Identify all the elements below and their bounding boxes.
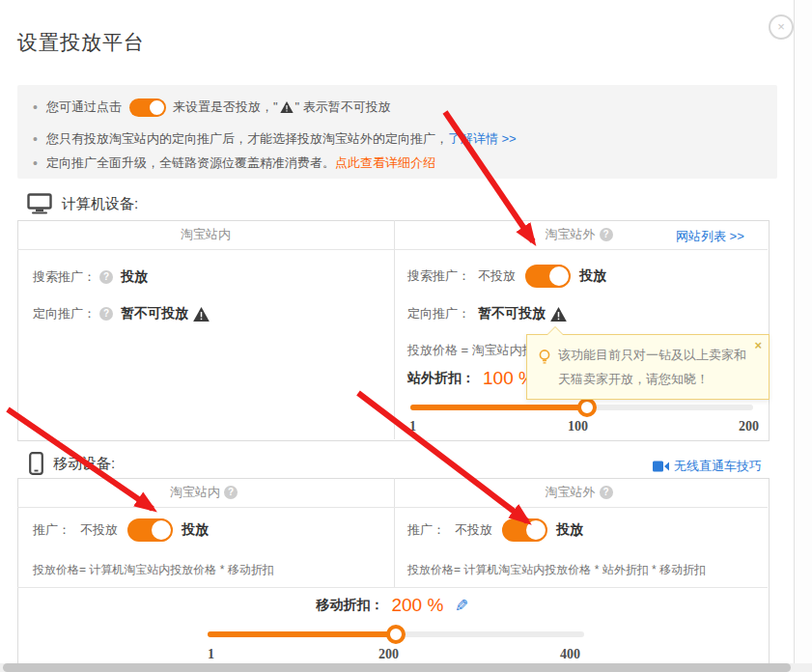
mobile-onsite-formula: 投放价格= 计算机淘宝站内投放价格 * 移动折扣	[33, 561, 274, 578]
mobile-section-title: 移动设备:	[53, 455, 115, 473]
computer-offsite-search-toggle[interactable]	[525, 265, 570, 288]
toggle-knob	[148, 98, 166, 117]
close-button[interactable]: ×	[769, 14, 794, 40]
computer-offsite-target-row: 定向推广： 暂不可投放	[407, 303, 567, 324]
dialog-title: 设置投放平台	[17, 29, 145, 56]
slider-fill	[410, 405, 587, 410]
lightbulb-icon	[537, 349, 552, 366]
site-list-link[interactable]: 网站列表 >>	[676, 228, 744, 245]
learn-more-link[interactable]: 了解详情 >>	[448, 130, 517, 148]
slider-tick-max: 400	[560, 647, 580, 662]
mobile-onsite-toggle[interactable]	[127, 518, 172, 542]
offsite-discount-slider[interactable]	[410, 405, 753, 410]
warning-icon	[550, 307, 567, 322]
onsite-search-value: 投放	[121, 268, 148, 286]
mobile-offsite-formula: 投放价格= 计算机淘宝站内投放价格 * 站外折扣 * 移动折扣	[407, 561, 706, 578]
notice-bullet-1: • 您可通过点击 来设置是否投放，" " 表示暂不可投放	[33, 97, 391, 118]
notice-bullet-3: • 定向推广全面升级，全链路资源位覆盖精准消费者。 点此查看详细介绍	[33, 153, 435, 174]
slider-knob[interactable]	[577, 398, 597, 417]
toggle-knob	[524, 518, 547, 542]
seller-notice-tooltip: 该功能目前只对一钻及以上卖家和天猫卖家开放，请您知晓！ ×	[526, 334, 770, 400]
toggle-knob	[547, 265, 571, 288]
notice-text: 定向推广全面升级，全链路资源位覆盖精准消费者。	[46, 154, 335, 172]
bullet-dot: •	[33, 155, 38, 171]
computer-onsite-search-row: 搜索推广： ? 投放	[33, 266, 148, 288]
computer-offsite-search-row: 搜索推广： 不投放 投放	[407, 265, 606, 288]
notice-panel: • 您可通过点击 来设置是否投放，" " 表示暂不可投放 • 您只有投放淘宝站内…	[17, 85, 777, 179]
mobile-offsite-header: 淘宝站外 ?	[394, 478, 768, 507]
mobile-discount-value: 200 %	[391, 595, 443, 616]
help-icon[interactable]: ?	[99, 307, 113, 321]
notice-bullet-2: • 您只有投放淘宝站内的定向推广后，才能选择投放淘宝站外的定向推广， 了解详情 …	[33, 128, 517, 150]
slider-tick-mid: 200	[378, 647, 399, 662]
computer-section-title: 计算机设备:	[62, 195, 138, 213]
mobile-section-header: 移动设备:	[29, 452, 115, 475]
intro-detail-link[interactable]: 点此查看详细介绍	[335, 154, 435, 172]
computer-onsite-header: 淘宝站内	[17, 220, 394, 249]
slider-fill	[208, 631, 396, 637]
slider-knob[interactable]	[386, 625, 406, 644]
notice-text: 您可通过点击	[46, 98, 122, 116]
sample-toggle[interactable]	[129, 98, 165, 117]
mobile-onsite-header: 淘宝站内 ?	[17, 478, 394, 507]
bullet-dot: •	[33, 131, 38, 147]
mobile-offsite-toggle-row: 推广： 不投放 投放	[407, 518, 583, 542]
dialog-panel: 设置投放平台 × • 您可通过点击 来设置是否投放，" " 表示暂不可投放 • …	[0, 0, 795, 672]
slider-tick-min: 1	[208, 647, 214, 662]
slider-tick-max: 200	[739, 419, 759, 434]
monitor-icon	[27, 193, 52, 214]
help-icon[interactable]: ?	[600, 486, 613, 499]
tooltip-text: 该功能目前只对一钻及以上卖家和天猫卖家开放，请您知晓！	[558, 343, 755, 391]
smartphone-icon	[29, 452, 43, 475]
horizontal-scrollbar-thumb[interactable]	[3, 663, 791, 672]
mobile-offsite-toggle[interactable]	[502, 518, 546, 542]
mobile-discount-slider[interactable]	[208, 631, 584, 637]
computer-onsite-target-row: 定向推广： ? 暂不可投放	[33, 303, 210, 324]
column-divider	[394, 220, 395, 439]
close-icon: ×	[777, 19, 785, 34]
delivery-platform-dialog: 设置投放平台 × • 您可通过点击 来设置是否投放，" " 表示暂不可投放 • …	[0, 0, 812, 672]
page-margin	[795, 0, 812, 672]
edit-pencil-icon[interactable]: ✎	[455, 596, 468, 616]
offsite-discount-row: 站外折扣： 100 %	[407, 366, 535, 391]
help-icon[interactable]: ?	[224, 486, 238, 499]
mobile-discount-row: 移动折扣： 200 % ✎	[17, 593, 768, 618]
computer-section-header: 计算机设备:	[27, 193, 138, 214]
bullet-dot: •	[33, 99, 38, 115]
slider-tick-min: 1	[409, 419, 416, 434]
onsite-target-value: 暂不可投放	[121, 305, 188, 322]
help-icon[interactable]: ?	[99, 270, 113, 284]
warning-icon	[280, 101, 294, 113]
mobile-onsite-toggle-row: 推广： 不投放 投放	[33, 518, 209, 542]
formula-divider	[17, 587, 768, 588]
warning-icon	[193, 307, 210, 322]
offsite-search-on-label: 投放	[579, 267, 606, 285]
wireless-tips-link[interactable]: 无线直通车技巧	[653, 458, 762, 475]
notice-text: 来设置是否投放，"	[173, 98, 278, 116]
notice-text: " 表示暂不可投放	[295, 98, 391, 116]
toggle-knob	[150, 518, 173, 542]
header-divider	[17, 249, 768, 250]
video-icon	[653, 461, 669, 472]
notice-text: 您只有投放淘宝站内的定向推广后，才能选择投放淘宝站外的定向推广，	[46, 130, 448, 148]
offsite-target-value: 暂不可投放	[478, 305, 546, 322]
tooltip-close-icon[interactable]: ×	[754, 338, 762, 352]
header-divider	[17, 507, 768, 508]
slider-tick-mid: 100	[568, 419, 588, 434]
help-icon[interactable]: ?	[600, 228, 613, 241]
